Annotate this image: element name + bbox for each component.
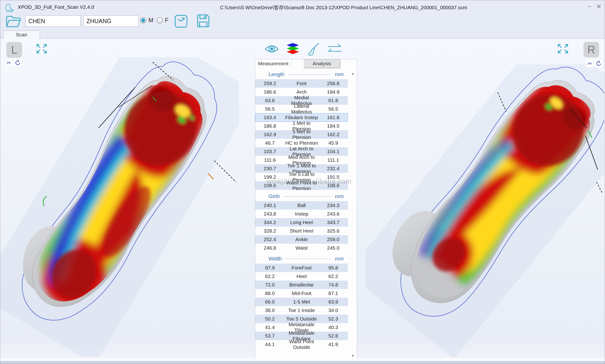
measure-row[interactable]: 252.4Ankle259.0 [255,235,348,244]
right-foot-value: 45.9 [319,140,348,146]
minimize-button[interactable]: – [588,3,591,10]
swap-compare-icon[interactable] [326,43,343,54]
right-foot-value: 161.8 [319,115,348,120]
measure-row[interactable]: 97.9ForeFoot95.8 [255,263,348,272]
left-foot-value: 252.4 [255,237,284,242]
layers-icon[interactable] [286,43,299,55]
app-title: XPOD_3D_Full_Foot_Scan V2.4.0 [18,4,94,10]
section-unit: mm [335,193,344,199]
measure-row[interactable]: 328.2Short Heel325.6 [255,227,348,235]
measure-row[interactable]: 109.6Waist Point to Pternion108.6 [255,181,348,190]
save-icon[interactable] [196,13,210,28]
section-header-width: Widthmm [255,254,357,263]
radio-circle[interactable] [157,17,163,23]
first-name-field[interactable] [25,15,81,27]
measure-label: Short Heel [284,228,319,234]
measure-row[interactable]: 56.5Lateral Malleolus56.5 [255,105,348,113]
cut-tool-button[interactable]: ✂ [5,59,13,67]
right-foot-value: 41.9 [319,341,348,347]
right-foot-value: 56.5 [319,106,348,112]
brush-icon[interactable] [306,42,320,55]
measure-sections: Lengthmm259.2Foot256.8186.6Arch184.963.6… [255,70,357,352]
measure-row[interactable]: 88.0Mid-Foot87.1 [255,289,348,298]
left-foot-value: 63.6 [255,98,284,103]
measure-row[interactable]: 72.0Bimalleolar74.8 [255,281,348,289]
gender-radio-f[interactable]: F [157,17,168,24]
scroll-up-icon[interactable]: ▲ [351,72,355,75]
right-foot-value: 111.1 [319,157,348,163]
measure-row[interactable]: 62.2Heel62.2 [255,272,348,281]
measure-label: Waist [284,245,319,251]
left-foot-value: 163.4 [255,115,284,120]
measure-label: Instep [284,211,319,217]
panel-tabs: MeasurementAnalysis [255,59,357,68]
measure-row[interactable]: 240.1Ball234.3 [255,201,348,210]
rotate-tool-button[interactable] [594,60,602,68]
measure-row[interactable]: 44.1Waist Point Outside41.9 [255,340,348,349]
measure-label: Toe 1 Inside [284,308,319,313]
cut-tool-button[interactable]: ✂ [586,60,594,68]
measure-line-dashed [214,161,236,182]
orange-marker-line [208,173,213,179]
measure-row[interactable]: 66.01-5 Met63.9 [255,298,348,306]
measure-label: Mid-Foot [284,290,319,296]
right-foot-value: 245.0 [319,245,348,251]
measure-row[interactable]: 162.95 Met to Pternion162.2 [255,130,348,139]
left-foot-value: 41.4 [255,325,284,330]
export-scan-icon[interactable] [174,14,188,28]
right-foot-value: 52.8 [319,333,348,339]
measurement-panel: MeasurementAnalysis Lengthmm259.2Foot256… [255,59,357,360]
toolbar: MF [0,14,605,30]
expand-view-icon[interactable] [36,43,48,54]
visibility-eye-icon[interactable] [264,44,279,53]
measure-row[interactable]: 38.0Toe 1 Inside34.0 [255,306,348,315]
section-divider [288,75,331,75]
file-path: C:\Users\S W\OneDrive\暂存\Scansoft Doc 20… [220,4,467,11]
left-foot-3d-view[interactable] [0,57,239,357]
measure-row[interactable]: 259.2Foot256.8 [255,79,348,88]
tab-strip: Scan [0,30,605,39]
tab-analysis[interactable]: Analysis [304,59,340,68]
right-foot-value: 162.2 [319,132,348,137]
radio-circle[interactable] [140,17,146,23]
gender-group: MF [140,17,168,24]
right-foot-value: 52.3 [319,316,348,322]
expand-view-icon[interactable] [557,43,569,54]
close-button[interactable]: ✕ [596,3,602,10]
scissors-icon: ✂ [588,61,592,66]
radio-label: F [165,17,168,24]
rotate-icon [595,61,601,66]
section-header-length: Lengthmm [255,70,357,79]
scissors-icon: ✂ [7,60,11,66]
measure-row[interactable]: 344.2Long Heel343.7 [255,218,348,227]
left-foot-value: 199.2 [255,174,284,180]
right-foot-badge: R [583,42,599,57]
left-foot-value: 186.8 [255,123,284,129]
right-foot-value: 343.7 [319,220,348,225]
measure-label: Waist Point to Pternion [284,180,319,191]
right-foot-value: 191.5 [319,174,348,180]
right-foot-3d-view[interactable] [365,64,604,364]
measure-label: Arch [284,89,319,95]
left-foot-value: 111.6 [255,157,284,163]
radio-label: M [148,17,153,24]
right-foot-value: 40.3 [319,325,348,330]
rotate-tool-button[interactable] [13,59,22,67]
main-view: L ✂ R ✂ [0,39,605,364]
left-foot-value: 109.6 [255,183,284,188]
left-foot-value: 230.7 [255,166,284,171]
measure-row[interactable]: 246.8Waist245.0 [255,244,348,252]
tab-measurement[interactable]: Measurement [255,59,292,68]
bottom-glow [0,357,605,361]
right-foot-value: 61.8 [319,98,348,103]
measure-row[interactable]: 243.8Instep243.6 [255,210,348,218]
open-folder-icon[interactable] [5,14,21,28]
left-foot-value: 38.0 [255,308,284,313]
left-foot-value: 186.6 [255,89,284,95]
view-toolbar [264,42,343,55]
gender-radio-m[interactable]: M [140,17,153,24]
section-title: Length [269,71,284,78]
last-name-field[interactable] [83,15,139,27]
right-foot-value: 259.0 [319,237,348,242]
tab-scan[interactable]: Scan [3,30,40,39]
